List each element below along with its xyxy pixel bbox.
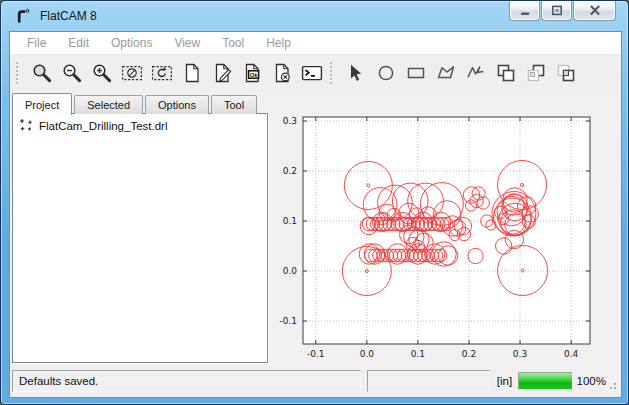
progress-fill	[519, 373, 572, 389]
maximize-button[interactable]	[541, 1, 572, 21]
statusbar: Defaults saved. [in] 100%	[12, 367, 619, 395]
menu-item-options[interactable]: Options	[100, 33, 163, 53]
toolbar-drag-handle[interactable]	[16, 62, 22, 84]
file-ok-icon: Ok	[241, 62, 263, 84]
shell-icon	[301, 62, 323, 84]
select-arrow-button[interactable]	[341, 59, 371, 87]
zoom-out-icon	[61, 62, 83, 84]
replot-button[interactable]	[147, 59, 177, 87]
flatcam-logo-icon	[14, 7, 32, 25]
file-ok-button[interactable]: Ok	[237, 59, 267, 87]
plot-panel: -0.10.00.10.20.30.4-0.10.00.10.20.3	[270, 98, 608, 374]
x-tick-label: 0.4	[564, 349, 579, 359]
plot-canvas[interactable]: -0.10.00.10.20.30.4-0.10.00.10.20.3	[270, 98, 608, 374]
new-project-button[interactable]	[177, 59, 207, 87]
draw-polyline-icon	[465, 62, 487, 84]
x-tick-label: 0.2	[462, 349, 476, 359]
y-tick-label: 0.2	[283, 166, 297, 176]
draw-circle-button[interactable]	[371, 59, 401, 87]
tree-item[interactable]: FlatCam_Drilling_Test.drl	[13, 114, 267, 134]
zoom-fit-button[interactable]	[27, 59, 57, 87]
draw-polygon-button[interactable]	[431, 59, 461, 87]
x-tick-label: 0.3	[513, 349, 527, 359]
zoom-in-button[interactable]	[87, 59, 117, 87]
close-icon	[589, 5, 601, 16]
tab-project[interactable]: Project	[12, 93, 72, 115]
tab-tool[interactable]: Tool	[211, 95, 257, 114]
tab-bar: ProjectSelectedOptionsTool	[12, 92, 259, 114]
edit-file-button[interactable]	[207, 59, 237, 87]
client-area: FileEditOptionsViewToolHelp Ok ProjectSe…	[9, 31, 622, 398]
status-message: Defaults saved.	[19, 375, 98, 387]
status-message-panel: Defaults saved.	[12, 370, 361, 392]
units-label: [in]	[497, 375, 512, 387]
zoom-fit-icon	[31, 62, 53, 84]
x-tick-label: 0.1	[411, 349, 425, 359]
y-tick-label: 0.0	[283, 266, 298, 276]
edit-file-icon	[211, 62, 233, 84]
delete-file-button[interactable]	[267, 59, 297, 87]
x-tick-label: 0.0	[360, 349, 375, 359]
close-button[interactable]	[573, 1, 616, 21]
svg-text:Ok: Ok	[250, 72, 258, 78]
x-tick-label: -0.1	[307, 349, 325, 359]
y-tick-label: -0.1	[279, 316, 297, 326]
menu-item-tool[interactable]: Tool	[211, 33, 255, 53]
new-project-icon	[181, 62, 203, 84]
zoom-in-icon	[91, 62, 113, 84]
menu-item-help[interactable]: Help	[255, 33, 302, 53]
toolbar-group: Ok	[13, 59, 327, 87]
subtract-button[interactable]	[521, 59, 551, 87]
project-tree[interactable]: FlatCam_Drilling_Test.drl	[12, 113, 268, 363]
select-arrow-icon	[345, 62, 367, 84]
toolbar-group	[327, 59, 581, 87]
minimize-icon	[519, 6, 531, 16]
menu-item-view[interactable]: View	[163, 33, 211, 53]
titlebar[interactable]: FlatCAM 8	[1, 1, 628, 31]
menu-item-edit[interactable]: Edit	[57, 33, 100, 53]
draw-circle-icon	[375, 62, 397, 84]
progress-bar	[518, 372, 573, 390]
replot-icon	[151, 62, 173, 84]
resize-grip[interactable]	[606, 379, 617, 395]
intersect-icon	[555, 62, 577, 84]
draw-rectangle-icon	[405, 62, 427, 84]
minimize-button[interactable]	[509, 1, 540, 21]
clear-plot-button[interactable]	[117, 59, 147, 87]
intersect-button[interactable]	[551, 59, 581, 87]
window-title: FlatCAM 8	[40, 9, 97, 23]
delete-file-icon	[271, 62, 293, 84]
menubar: FileEditOptionsViewToolHelp	[10, 32, 621, 55]
tab-selected[interactable]: Selected	[74, 95, 143, 114]
draw-polygon-icon	[435, 62, 457, 84]
status-spare-panel	[367, 370, 490, 392]
progress-percent: 100%	[577, 375, 606, 387]
tab-options[interactable]: Options	[145, 95, 209, 114]
flatcam-window: FlatCAM 8 FileEditOptionsViewToolHelp Ok…	[0, 0, 629, 405]
caption-buttons	[508, 1, 616, 21]
zoom-out-button[interactable]	[57, 59, 87, 87]
y-tick-label: 0.1	[283, 216, 297, 226]
toolbar: Ok	[10, 56, 621, 90]
tree-item-label: FlatCam_Drilling_Test.drl	[39, 120, 167, 132]
subtract-icon	[525, 62, 547, 84]
draw-rectangle-button[interactable]	[401, 59, 431, 87]
drill-object-icon	[19, 118, 33, 134]
toolbar-drag-handle[interactable]	[330, 62, 336, 84]
maximize-icon	[551, 5, 563, 16]
union-icon	[495, 62, 517, 84]
union-button[interactable]	[491, 59, 521, 87]
shell-button[interactable]	[297, 59, 327, 87]
y-tick-label: 0.3	[283, 116, 297, 126]
clear-plot-icon	[121, 62, 143, 84]
menu-item-file[interactable]: File	[16, 33, 57, 53]
draw-polyline-button[interactable]	[461, 59, 491, 87]
